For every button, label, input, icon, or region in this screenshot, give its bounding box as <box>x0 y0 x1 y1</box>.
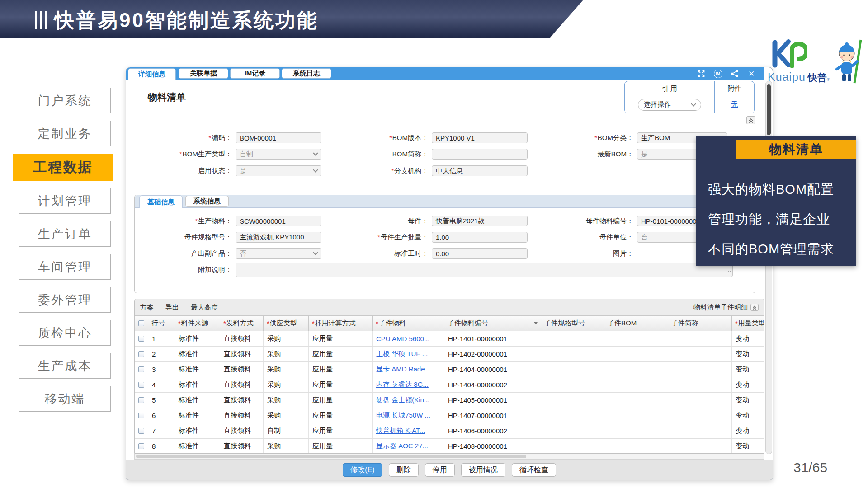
horizontal-scrollbar-thumb[interactable] <box>136 455 526 458</box>
grid-cell <box>668 393 732 408</box>
sidebar-item[interactable]: 工程数据 <box>13 154 113 181</box>
checkbox[interactable] <box>138 397 144 403</box>
form-input[interactable]: 主流游戏机 KPY1000 <box>236 232 321 243</box>
toolbar-link[interactable]: 方案 <box>140 303 154 312</box>
grid-cell: 直接领料 <box>220 408 264 423</box>
grid-header-cell[interactable]: 子件规格型号 <box>541 316 604 331</box>
checkbox[interactable] <box>138 351 144 357</box>
toolbar-link[interactable]: 导出 <box>165 303 179 312</box>
form-label: 图片： <box>529 249 633 258</box>
im-icon[interactable]: IM <box>713 69 722 78</box>
grid-header-cell[interactable]: 子件简称 <box>668 316 732 331</box>
logo-registered-mark: ® <box>827 77 830 82</box>
collapse-form-button[interactable] <box>746 116 755 124</box>
grid-cell <box>604 408 668 423</box>
chevron-down-icon <box>313 167 318 172</box>
sidebar-item[interactable]: 计划管理 <box>19 188 111 214</box>
subitem-link[interactable]: 内存 英睿达 8G... <box>376 380 429 389</box>
grid-cell: 直接领料 <box>220 362 264 377</box>
row-checkbox-cell <box>135 347 148 361</box>
form-input[interactable]: BOM-00001 <box>236 132 321 143</box>
form-field: 附加说明： <box>128 264 733 275</box>
sidebar-item[interactable]: 门户系统 <box>19 88 111 113</box>
checkbox[interactable] <box>138 336 144 342</box>
subitem-link[interactable]: 硬盘 金士顿(Kin... <box>376 396 429 404</box>
select-all-checkbox[interactable] <box>138 320 144 326</box>
window-footer: 修改(E)删除停用被用情况循环检查 <box>126 460 773 480</box>
grid-cell: 标准件 <box>175 347 220 361</box>
grid-header-cell[interactable]: *供应类型 <box>264 316 309 331</box>
footer-button[interactable]: 循环检查 <box>512 463 556 477</box>
grid-cell: 硬盘 金士顿(Kin... <box>373 393 444 408</box>
checkbox[interactable] <box>138 382 144 388</box>
attachment-link[interactable]: 无 <box>731 100 738 109</box>
sidebar-item[interactable]: 委外管理 <box>19 287 111 313</box>
share-icon[interactable] <box>730 69 739 78</box>
form-select[interactable]: 是 <box>236 165 321 176</box>
fullscreen-icon[interactable] <box>697 69 706 78</box>
sidebar-item[interactable]: 移动端 <box>19 386 111 412</box>
form-input[interactable]: 快普电脑2021款 <box>432 216 528 226</box>
checkbox[interactable] <box>138 366 144 372</box>
subitem-link[interactable]: 主板 华硕 TUF ... <box>376 350 428 358</box>
form-textarea[interactable] <box>236 263 733 277</box>
modify-button[interactable]: 修改(E) <box>343 463 382 477</box>
subtab[interactable]: 系统信息 <box>185 196 229 207</box>
sidebar-item[interactable]: 生产订单 <box>19 221 111 247</box>
vertical-scrollbar-thumb[interactable] <box>767 84 771 135</box>
form-input[interactable] <box>432 149 528 160</box>
close-icon[interactable]: ✕ <box>747 69 756 78</box>
grid-cell: 采购 <box>264 347 309 361</box>
window-tab[interactable]: 关联单据 <box>179 68 228 79</box>
footer-button[interactable]: 被用情况 <box>461 463 505 477</box>
sidebar-item[interactable]: 定制业务 <box>19 121 111 146</box>
subitem-link[interactable]: 电源 长城750W ... <box>376 411 430 420</box>
grid-cell: 快普机箱 K-AT... <box>373 423 444 438</box>
grid-header-cell[interactable]: *发料方式 <box>220 316 264 331</box>
grid-header-cell[interactable]: 行号 <box>148 316 175 331</box>
checkbox[interactable] <box>138 428 144 434</box>
subitem-link[interactable]: 显卡 AMD Rade... <box>376 365 430 374</box>
grid-cell: 直接领料 <box>220 377 264 392</box>
form-input[interactable]: 中天信息 <box>432 165 528 176</box>
subitem-link[interactable]: 快普机箱 K-AT... <box>376 427 425 435</box>
subitem-link[interactable]: 显示器 AOC 27... <box>376 442 428 450</box>
sidebar-item[interactable]: 质检中心 <box>19 320 111 346</box>
form-select[interactable]: 自制 <box>236 149 321 160</box>
toolbar-link[interactable]: 最大高度 <box>191 303 218 312</box>
grid-header-cell[interactable]: 子件物料编号 <box>444 316 541 331</box>
grid-header-cell[interactable]: *耗用计算方式 <box>309 316 373 331</box>
grid-header-cell[interactable]: *用量类型 <box>732 316 764 331</box>
grid-cell <box>541 408 604 423</box>
subitem-link[interactable]: CPU AMD 5600... <box>376 335 429 343</box>
sidebar-item[interactable]: 生产成本 <box>19 353 111 379</box>
form-input[interactable]: 1.00 <box>432 232 528 243</box>
subtab[interactable]: 基础信息 <box>139 195 183 208</box>
form-field: 图片： <box>529 248 633 259</box>
form-input[interactable]: KPY1000 V1 <box>432 132 528 143</box>
grid-cell: 标准件 <box>175 362 220 377</box>
filter-icon[interactable] <box>532 322 538 324</box>
checkbox[interactable] <box>138 413 144 418</box>
grid-header-checkbox-cell[interactable] <box>135 316 148 331</box>
grid-header-cell[interactable]: 子件BOM <box>604 316 668 331</box>
window-tab[interactable]: 系统日志 <box>282 68 331 79</box>
grid-cell: 2 <box>148 347 175 361</box>
app-window: 详细信息关联单据IM记录系统日志 IM ✕ 物料清单 引 用 附件 <box>126 67 773 480</box>
window-tab[interactable]: IM记录 <box>230 68 280 79</box>
grid-cell <box>668 408 732 423</box>
footer-button[interactable]: 删除 <box>389 463 419 477</box>
form-input[interactable]: 0.00 <box>432 248 528 259</box>
window-tab[interactable]: 详细信息 <box>128 68 176 80</box>
grid-cell: 标准件 <box>175 408 220 423</box>
grid-header-cell[interactable]: *子件物料 <box>373 316 444 331</box>
form-input[interactable]: SCW00000001 <box>236 216 321 226</box>
footer-button[interactable]: 停用 <box>425 463 455 477</box>
operation-select[interactable]: 选择操作 <box>638 99 701 111</box>
collapse-grid-button[interactable] <box>750 304 759 311</box>
sidebar-item[interactable]: 车间管理 <box>19 254 111 280</box>
grid-cell <box>604 423 668 438</box>
checkbox[interactable] <box>138 443 144 449</box>
grid-header-cell[interactable]: *料件来源 <box>175 316 220 331</box>
form-select[interactable]: 否 <box>236 248 321 259</box>
